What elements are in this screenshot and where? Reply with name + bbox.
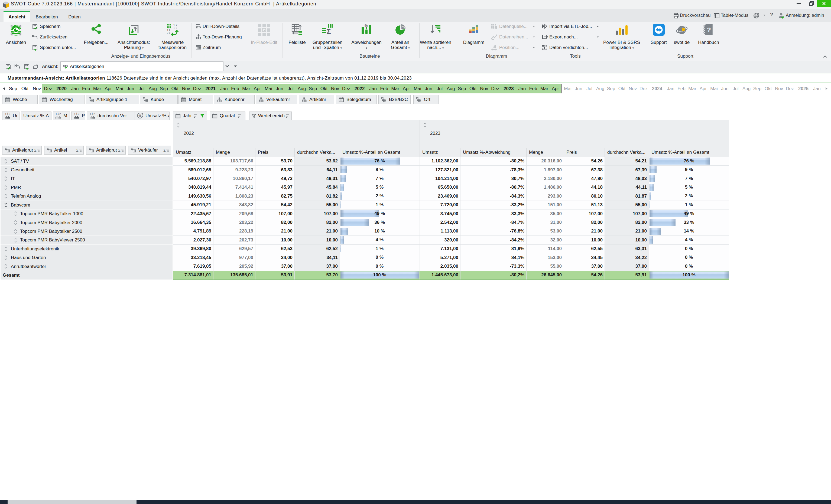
svg-text:Σ: Σ <box>118 148 120 152</box>
svg-text:Σ: Σ <box>34 148 36 152</box>
svg-text:Σ: Σ <box>76 148 79 152</box>
svg-text:Σ: Σ <box>163 148 166 152</box>
